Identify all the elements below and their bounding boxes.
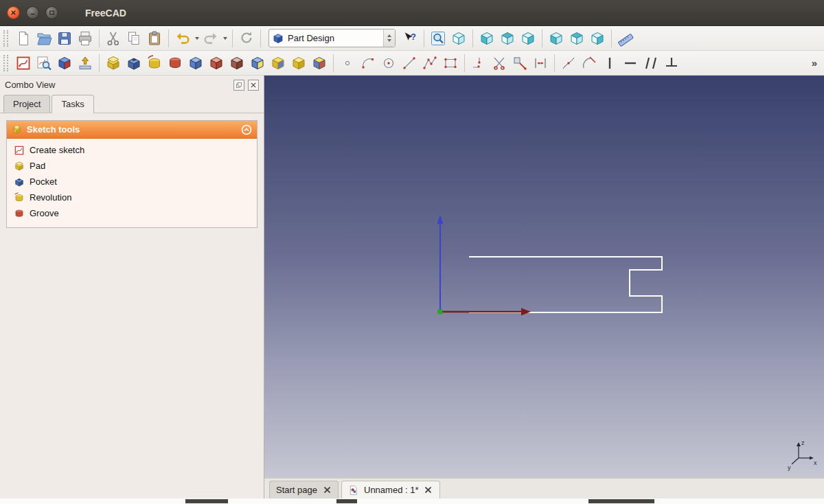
window-maximize-button[interactable] [45,6,58,19]
undo-dropdown-button[interactable] [193,29,201,48]
constraint-parallel-icon [643,55,659,71]
undo-button[interactable] [172,28,193,49]
toolbar-separator [232,30,233,47]
tab-close-button[interactable] [424,485,433,495]
create-arc-button[interactable] [358,53,378,73]
paste-button[interactable] [144,28,165,49]
constraint-tangent-button[interactable] [579,53,599,73]
view-axonometric-button[interactable] [448,28,469,49]
view-sketch-button[interactable] [34,53,54,73]
toolbar-drag-handle[interactable] [3,30,8,47]
document-tab-unnamed[interactable]: Unnamed : 1* [341,481,440,499]
panel-close-button[interactable] [248,80,259,91]
edit-sketch-button[interactable] [13,53,34,73]
tab-close-button[interactable] [322,485,332,495]
constraint-tangent-icon [581,55,597,71]
toolbar-overflow-button[interactable]: » [812,57,817,69]
redo-button[interactable] [201,28,221,49]
tab-project[interactable]: Project [3,95,50,113]
pad-button[interactable] [103,53,124,73]
chamfer-button[interactable] [206,53,227,73]
polar-pattern-button[interactable] [288,53,309,73]
refresh-button[interactable] [236,28,257,49]
multitransform-button[interactable] [309,53,330,73]
viewport[interactable]: z x y [264,76,824,478]
pocket-button[interactable] [124,53,144,73]
groove-icon [14,208,25,219]
constraint-horizontal-icon [622,55,639,71]
constraint-symmetric-button[interactable] [530,53,551,73]
panel-float-button[interactable] [233,80,244,91]
copy-button[interactable] [124,28,144,49]
whats-this-button[interactable]: ? [400,28,420,49]
revolution-button[interactable] [144,53,165,73]
task-item-label: Pocket [30,176,57,187]
trim-edge-button[interactable] [489,53,510,73]
combo-view-title: Combo View [5,80,55,90]
cut-button[interactable] [103,28,124,49]
create-arc-icon [360,55,376,71]
view-front-button[interactable] [477,28,497,49]
task-item-pad[interactable]: Pad [9,158,255,174]
task-item-create-sketch[interactable]: Create sketch [9,142,255,158]
create-rectangle-button[interactable] [440,53,461,73]
pad-icon [105,55,122,71]
tab-tasks[interactable]: Tasks [52,95,93,113]
window-close-button[interactable] [7,6,20,19]
fillet-button[interactable] [185,53,206,73]
view-left-icon [589,30,606,47]
task-item-revolution[interactable]: Revolution [9,190,255,205]
map-sketch-to-face-button[interactable] [54,53,75,73]
view-right-button[interactable] [518,28,538,49]
collapse-panel-button[interactable] [241,124,252,135]
constraint-parallel-button[interactable] [641,53,661,73]
constraint-vertical-button[interactable] [599,53,620,73]
view-rear-icon [548,30,564,47]
view-rear-button[interactable] [546,28,566,49]
create-circle-icon [380,55,397,71]
view-bottom-button[interactable] [566,28,587,49]
create-point-button[interactable] [337,53,358,73]
print-button[interactable] [75,28,95,49]
sketch-tools-header[interactable]: Sketch tools [7,121,257,139]
mirrored-button[interactable] [247,53,268,73]
redo-dropdown-button[interactable] [221,29,229,48]
task-item-groove[interactable]: Groove [9,205,255,221]
create-line-icon [401,55,417,71]
task-item-pocket[interactable]: Pocket [9,174,255,190]
toolbar-drag-handle[interactable] [3,55,8,71]
save-document-button[interactable] [54,28,75,49]
measure-distance-button[interactable] [615,28,636,49]
view-top-button[interactable] [497,28,518,49]
external-geometry-button[interactable] [510,53,530,73]
win-close-icon [10,9,17,16]
create-circle-button[interactable] [378,53,399,73]
document-tab-start-page[interactable]: Start page [269,481,339,499]
constraint-horizontal-button[interactable] [620,53,641,73]
workbench-selector-spinner[interactable] [383,30,395,47]
groove-button[interactable] [165,53,185,73]
new-document-button[interactable] [13,28,34,49]
toolbar-separator [542,30,542,47]
workbench-selector[interactable]: Part Design [268,29,396,47]
create-polyline-button[interactable] [420,53,440,73]
constraint-perpendicular-button[interactable] [661,53,682,73]
combo-view-panel: Combo View Project Tasks Sketch tools [0,76,264,499]
fit-all-button[interactable] [428,28,448,49]
main-area: Combo View Project Tasks Sketch tools [0,76,824,499]
window-minimize-button[interactable] [26,6,39,19]
workbench-selector-icon-holder [272,32,284,45]
open-document-button[interactable] [34,28,54,49]
create-line-button[interactable] [399,53,420,73]
constraint-coincident-button[interactable] [468,53,489,73]
groove-icon [167,55,183,71]
tasks-panel-body: Sketch tools Create sketch Pad Pocket [0,113,264,499]
view-left-button[interactable] [587,28,608,49]
reorient-sketch-button[interactable] [75,53,95,73]
linear-pattern-button[interactable] [268,53,288,73]
constraint-point-on-object-button[interactable] [558,53,579,73]
sketch-tools-box: Sketch tools Create sketch Pad Pocket [6,120,258,228]
document-tab-label: Unnamed : 1* [364,485,419,495]
draft-button[interactable] [227,53,247,73]
document-tab-label: Start page [276,485,317,495]
